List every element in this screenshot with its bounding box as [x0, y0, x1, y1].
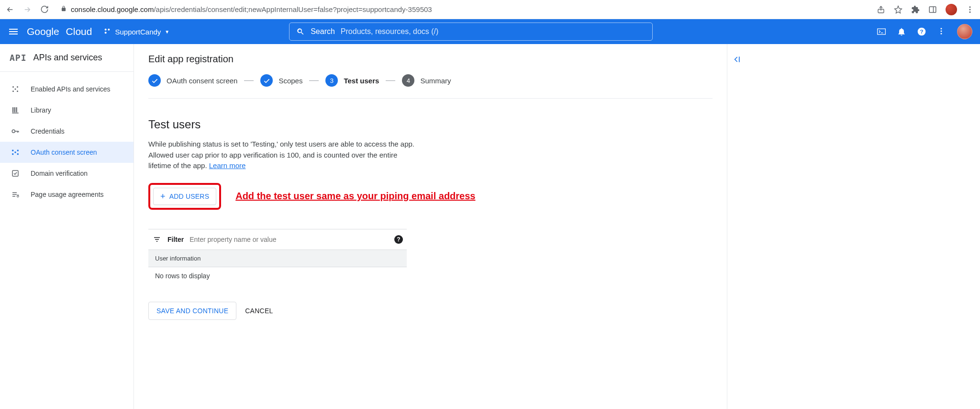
svg-point-23	[12, 130, 15, 133]
more-icon[interactable]	[937, 27, 947, 36]
search-placeholder: Products, resources, docs (/)	[341, 27, 439, 36]
kebab-menu-icon[interactable]	[966, 5, 974, 14]
table-empty-message: No rows to display	[148, 267, 407, 284]
svg-point-12	[940, 31, 942, 32]
svg-point-8	[105, 32, 107, 34]
step-oauth-consent[interactable]: OAuth consent screen	[148, 74, 237, 87]
svg-point-17	[17, 91, 18, 92]
search-icon	[296, 27, 305, 36]
svg-point-13	[940, 33, 942, 34]
oauth-consent-icon	[11, 148, 20, 157]
cloud-shell-icon[interactable]	[877, 27, 886, 36]
back-icon[interactable]	[6, 5, 14, 14]
learn-more-link[interactable]: Learn more	[209, 161, 246, 170]
browser-profile-avatar[interactable]	[946, 4, 957, 15]
sidebar: API APIs and services Enabled APIs and s…	[0, 44, 134, 409]
filter-input[interactable]	[189, 236, 389, 243]
svg-point-15	[17, 86, 18, 88]
sidebar-item-page-usage[interactable]: Page usage agreements	[0, 184, 134, 205]
help-tooltip-icon[interactable]: ?	[394, 235, 403, 244]
svg-point-7	[108, 28, 110, 30]
search-box[interactable]: Search Products, resources, docs (/)	[289, 23, 653, 41]
step-test-users[interactable]: 3 Test users	[325, 74, 379, 87]
share-icon[interactable]	[877, 5, 885, 14]
browser-toolbar: console.cloud.google.com/apis/credential…	[0, 0, 980, 19]
svg-rect-27	[17, 150, 19, 151]
filter-row: Filter ?	[148, 229, 407, 250]
url-text: console.cloud.google.com/apis/credential…	[71, 5, 432, 13]
main-content: Edit app registration OAuth consent scre…	[134, 44, 727, 409]
sidebar-item-label: Page usage agreements	[31, 191, 104, 198]
section-title: Test users	[148, 118, 416, 131]
notifications-icon[interactable]	[897, 27, 906, 36]
account-avatar[interactable]	[957, 24, 972, 39]
svg-rect-1	[929, 7, 936, 12]
svg-rect-29	[12, 170, 18, 176]
filter-icon[interactable]	[152, 236, 162, 243]
extensions-icon[interactable]	[911, 5, 920, 14]
step-scopes[interactable]: Scopes	[260, 74, 302, 87]
search-label: Search	[311, 27, 335, 36]
address-bar[interactable]: console.cloud.google.com/apis/credential…	[55, 5, 871, 13]
page-title: Edit app registration	[148, 54, 713, 65]
annotation-highlight-box: + ADD USERS	[148, 183, 221, 210]
sidebar-item-label: Library	[31, 106, 51, 114]
sidebar-item-label: OAuth consent screen	[31, 148, 97, 156]
step-circle-current: 3	[325, 74, 338, 87]
step-separator	[386, 80, 395, 81]
svg-point-30	[17, 195, 19, 197]
project-selector[interactable]: SupportCandy ▼	[100, 27, 173, 36]
sidebar-item-enabled-apis[interactable]: Enabled APIs and services	[0, 79, 134, 100]
header-right-group: ?	[877, 24, 972, 39]
step-summary[interactable]: 4 Summary	[402, 74, 451, 87]
forward-icon[interactable]	[23, 5, 32, 14]
sidebar-items: Enabled APIs and services Library Creden…	[0, 72, 134, 212]
svg-point-11	[940, 28, 942, 29]
cancel-button[interactable]: CANCEL	[245, 307, 273, 315]
library-icon	[11, 105, 20, 115]
svg-rect-25	[12, 153, 13, 155]
svg-rect-28	[17, 153, 19, 155]
step-circle-done	[260, 74, 273, 87]
svg-point-14	[12, 86, 14, 88]
browser-nav-group	[6, 5, 49, 14]
step-label: Test users	[344, 77, 379, 85]
step-separator	[309, 80, 319, 81]
svg-rect-24	[12, 150, 13, 151]
stepper: OAuth consent screen Scopes 3 Test users…	[148, 74, 713, 99]
help-icon[interactable]: ?	[917, 27, 926, 36]
svg-rect-22	[12, 113, 19, 114]
svg-text:?: ?	[920, 28, 923, 34]
sidebar-item-library[interactable]: Library	[0, 100, 134, 121]
domain-verification-icon	[11, 169, 20, 178]
enabled-apis-icon	[11, 84, 20, 94]
svg-rect-20	[14, 107, 15, 113]
collapse-panel-icon[interactable]	[732, 55, 741, 66]
table-header: User information	[148, 250, 407, 267]
plus-icon: +	[160, 192, 166, 201]
step-circle-done	[148, 74, 161, 87]
test-users-section: Test users While publishing status is se…	[148, 118, 416, 171]
project-icon	[103, 27, 111, 36]
add-users-button[interactable]: + ADD USERS	[153, 188, 216, 205]
credentials-icon	[11, 126, 20, 136]
panel-icon[interactable]	[928, 5, 937, 14]
menu-icon[interactable]	[8, 26, 19, 37]
svg-point-5	[969, 11, 971, 12]
sidebar-item-domain-verification[interactable]: Domain verification	[0, 163, 134, 184]
reload-icon[interactable]	[40, 5, 49, 14]
svg-point-18	[15, 89, 16, 90]
gcp-logo[interactable]: Google Cloud	[27, 26, 92, 37]
sidebar-item-oauth-consent[interactable]: OAuth consent screen	[0, 142, 134, 163]
sidebar-item-credentials[interactable]: Credentials	[0, 121, 134, 142]
step-circle-pending: 4	[402, 74, 414, 87]
lock-icon	[60, 5, 67, 13]
star-icon[interactable]	[894, 5, 902, 14]
save-and-continue-button[interactable]: SAVE AND CONTINUE	[148, 302, 236, 320]
content-wrap: API APIs and services Enabled APIs and s…	[0, 44, 980, 409]
users-table: Filter ? User information No rows to dis…	[148, 229, 407, 284]
dropdown-icon: ▼	[165, 29, 169, 34]
svg-point-4	[969, 9, 971, 10]
sidebar-title: APIs and services	[33, 53, 102, 63]
svg-rect-26	[15, 152, 16, 153]
